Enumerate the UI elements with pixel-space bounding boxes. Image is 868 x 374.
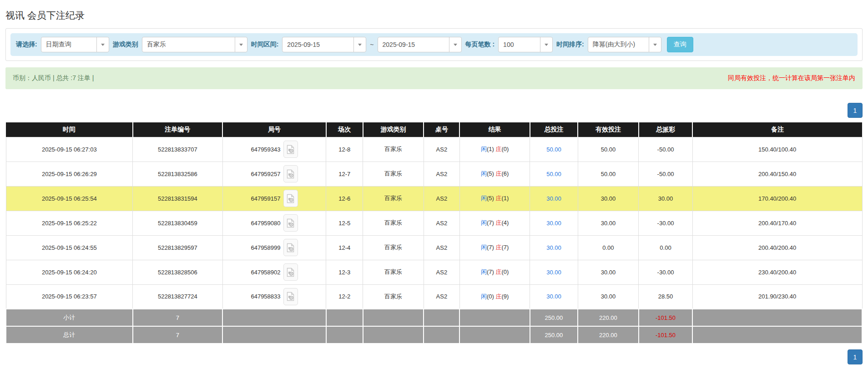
valid-bet-cell: 30.00 bbox=[578, 284, 639, 309]
game-category-cell: 百家乐 bbox=[363, 284, 424, 309]
time-cell: 2025-09-15 06:27:03 bbox=[6, 137, 133, 162]
session-cell: 12-4 bbox=[326, 235, 363, 260]
player-result-value: (7) bbox=[487, 244, 494, 251]
total-total-bet: 250.00 bbox=[530, 326, 578, 344]
table-header-row: 时间 注单编号 局号 场次 游戏类别 桌号 结果 总投注 有效投注 总派彩 备注 bbox=[6, 122, 862, 137]
total-bet-link[interactable]: 30.00 bbox=[546, 269, 561, 276]
round-id-cell: 647959080 bbox=[222, 211, 326, 235]
game-category-cell: 百家乐 bbox=[363, 186, 424, 211]
video-file-icon bbox=[287, 292, 294, 301]
total-bet-link[interactable]: 30.00 bbox=[546, 195, 561, 202]
player-result-value: (1) bbox=[487, 146, 494, 152]
banker-result-value: (0) bbox=[501, 268, 509, 275]
video-file-icon bbox=[287, 145, 294, 154]
table-body: 2025-09-15 06:27:03 522813833707 6479593… bbox=[6, 137, 862, 309]
pagination-bottom: 1 bbox=[5, 349, 863, 364]
page-1-button[interactable]: 1 bbox=[848, 103, 863, 118]
game-category-label: 游戏类别 bbox=[113, 40, 138, 49]
payout-cell: 30.00 bbox=[639, 186, 693, 211]
total-bet-link[interactable]: 30.00 bbox=[546, 244, 561, 251]
time-cell: 2025-09-15 06:24:20 bbox=[6, 260, 133, 284]
table-no-cell: AS2 bbox=[424, 284, 459, 309]
total-bet-link[interactable]: 50.00 bbox=[546, 171, 561, 177]
total-bet-link[interactable]: 30.00 bbox=[546, 293, 561, 300]
banker-result-label: 庄 bbox=[495, 195, 501, 202]
video-record-button[interactable] bbox=[283, 239, 298, 256]
page-title: 视讯 会员下注纪录 bbox=[0, 0, 868, 28]
table-no-cell: AS2 bbox=[424, 260, 459, 284]
result-cell: 闲(0) 庄(9) bbox=[459, 284, 530, 309]
session-cell: 12-7 bbox=[326, 162, 363, 186]
total-bet-link[interactable]: 30.00 bbox=[546, 220, 561, 227]
date-to-value: 2025-09-15 bbox=[383, 41, 415, 48]
date-to-select[interactable]: 2025-09-15 bbox=[378, 37, 462, 52]
video-file-icon bbox=[287, 194, 294, 203]
banker-result-label: 庄 bbox=[495, 244, 501, 251]
column-header-time: 时间 bbox=[6, 122, 133, 137]
chevron-down-icon bbox=[353, 37, 366, 52]
page-1-button[interactable]: 1 bbox=[848, 349, 863, 364]
table-row: 2025-09-15 06:24:55 522813829597 6479589… bbox=[6, 235, 862, 260]
query-type-select[interactable]: 日期查询 bbox=[41, 37, 109, 52]
table-no-cell: AS2 bbox=[424, 235, 459, 260]
table-no-cell: AS2 bbox=[424, 211, 459, 235]
total-bet-cell: 30.00 bbox=[530, 211, 578, 235]
round-id-cell: 647958999 bbox=[222, 235, 326, 260]
bet-id-cell: 522813831594 bbox=[133, 186, 223, 211]
time-range-label: 时间区间: bbox=[251, 40, 279, 49]
column-header-session: 场次 bbox=[326, 122, 363, 137]
column-header-table-no: 桌号 bbox=[424, 122, 459, 137]
query-type-label: 请选择: bbox=[16, 40, 37, 49]
time-sort-label: 时间排序: bbox=[556, 40, 584, 49]
session-cell: 12-5 bbox=[326, 211, 363, 235]
subtotal-count: 7 bbox=[133, 309, 223, 326]
total-bet-cell: 50.00 bbox=[530, 137, 578, 162]
subtotal-valid-bet: 220.00 bbox=[578, 309, 639, 326]
chevron-down-icon bbox=[96, 37, 109, 52]
game-category-select[interactable]: 百家乐 bbox=[142, 37, 247, 52]
player-result-label: 闲 bbox=[481, 195, 487, 202]
query-type-value: 日期查询 bbox=[46, 40, 71, 49]
chevron-down-icon bbox=[649, 37, 661, 52]
session-cell: 12-2 bbox=[326, 284, 363, 309]
video-record-button[interactable] bbox=[283, 263, 298, 281]
video-record-button[interactable] bbox=[283, 190, 298, 207]
table-row: 2025-09-15 06:26:29 522813832586 6479592… bbox=[6, 162, 862, 186]
chevron-down-icon bbox=[235, 37, 247, 52]
banker-result-value: (7) bbox=[501, 244, 509, 251]
remark-cell: 200.40/150.40 bbox=[692, 162, 862, 186]
player-result-label: 闲 bbox=[481, 170, 487, 177]
filter-bar: 请选择: 日期查询 游戏类别 百家乐 时间区间: 2025-09-15 ~ 20… bbox=[10, 33, 858, 56]
search-button[interactable]: 查询 bbox=[667, 37, 693, 52]
valid-bet-cell: 50.00 bbox=[578, 162, 639, 186]
total-bet-link[interactable]: 50.00 bbox=[546, 146, 561, 153]
result-cell: 闲(5) 庄(1) bbox=[459, 186, 530, 211]
page-size-select[interactable]: 100 bbox=[498, 37, 553, 52]
column-header-total-bet: 总投注 bbox=[530, 122, 578, 137]
bet-id-cell: 522813833707 bbox=[133, 137, 223, 162]
time-cell: 2025-09-15 06:24:55 bbox=[6, 235, 133, 260]
payout-cell: -50.00 bbox=[639, 162, 693, 186]
total-bet-cell: 30.00 bbox=[530, 235, 578, 260]
payout-cell: 0.00 bbox=[639, 235, 693, 260]
bet-id-cell: 522813830459 bbox=[133, 211, 223, 235]
valid-bet-cell: 30.00 bbox=[578, 260, 639, 284]
table-row: 2025-09-15 06:23:57 522813827724 6479588… bbox=[6, 284, 862, 309]
video-record-button[interactable] bbox=[283, 214, 298, 232]
payout-cell: -30.00 bbox=[639, 260, 693, 284]
remark-cell: 201.90/230.40 bbox=[692, 284, 862, 309]
video-file-icon bbox=[287, 218, 294, 228]
video-record-button[interactable] bbox=[283, 288, 298, 305]
session-cell: 12-8 bbox=[326, 137, 363, 162]
round-id: 647959343 bbox=[251, 146, 280, 153]
date-from-select[interactable]: 2025-09-15 bbox=[282, 37, 366, 52]
bet-id-cell: 522813828506 bbox=[133, 260, 223, 284]
time-sort-select[interactable]: 降冪(由大到小) bbox=[588, 37, 661, 52]
remark-cell: 170.40/200.40 bbox=[692, 186, 862, 211]
betting-records-page: 视讯 会员下注纪录 请选择: 日期查询 游戏类别 百家乐 时间区间: 2025-… bbox=[0, 0, 868, 374]
video-record-button[interactable] bbox=[283, 141, 298, 158]
video-record-button[interactable] bbox=[283, 165, 298, 182]
player-result-value: (0) bbox=[487, 293, 494, 300]
bet-id-cell: 522813829597 bbox=[133, 235, 223, 260]
banker-result-value: (0) bbox=[501, 146, 509, 152]
